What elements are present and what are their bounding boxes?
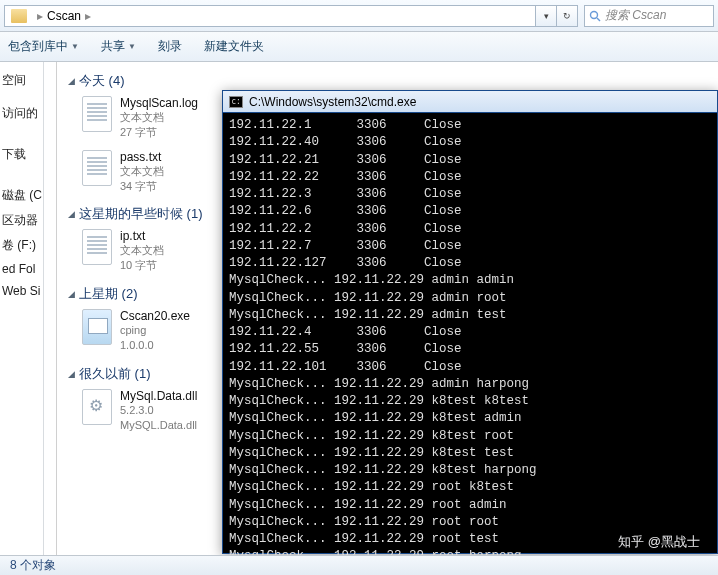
chevron-down-icon: ◢ bbox=[68, 369, 75, 379]
sidebar-item[interactable]: 磁盘 (C bbox=[0, 183, 43, 208]
file-type: cping bbox=[120, 323, 190, 338]
folder-name: Cscan bbox=[47, 9, 81, 23]
svg-line-1 bbox=[597, 18, 600, 21]
sidebar-item[interactable]: 卷 (F:) bbox=[0, 233, 43, 258]
file-icon bbox=[82, 96, 112, 132]
sidebar-item[interactable]: 下载 bbox=[0, 142, 43, 167]
cmd-titlebar[interactable]: c: C:\Windows\system32\cmd.exe bbox=[223, 91, 717, 113]
sidebar-item[interactable] bbox=[0, 134, 43, 142]
svg-point-0 bbox=[591, 11, 598, 18]
refresh-button[interactable]: ↻ bbox=[556, 5, 578, 27]
burn-button[interactable]: 刻录 bbox=[158, 38, 182, 55]
file-name: MySql.Data.dll bbox=[120, 389, 197, 403]
share-button[interactable]: 共享▼ bbox=[101, 38, 136, 55]
file-size: 1.0.0.0 bbox=[120, 338, 190, 353]
file-name: ip.txt bbox=[120, 229, 164, 243]
sidebar-item[interactable] bbox=[0, 93, 43, 101]
nav-sidebar: 空间访问的下载磁盘 (C区动器卷 (F:)ed FolWeb Si bbox=[0, 62, 44, 555]
file-name: pass.txt bbox=[120, 150, 164, 164]
file-type: 文本文档 bbox=[120, 110, 198, 125]
new-folder-button[interactable]: 新建文件夹 bbox=[204, 38, 264, 55]
chevron-down-icon: ◢ bbox=[68, 76, 75, 86]
watermark-text: 知乎 @黑战士 bbox=[618, 533, 700, 551]
cmd-output: 192.11.22.1 3306 Close 192.11.22.40 3306… bbox=[223, 113, 717, 575]
chevron-down-icon: ◢ bbox=[68, 289, 75, 299]
file-icon bbox=[82, 150, 112, 186]
chevron-right-icon: ▸ bbox=[37, 9, 43, 23]
sidebar-item[interactable]: 访问的 bbox=[0, 101, 43, 126]
chevron-down-icon: ▼ bbox=[71, 42, 79, 51]
cmd-icon: c: bbox=[229, 96, 243, 108]
dropdown-history-button[interactable]: ▾ bbox=[535, 5, 557, 27]
sidebar-item[interactable]: Web Si bbox=[0, 280, 43, 302]
file-name: MysqlScan.log bbox=[120, 96, 198, 110]
item-count: 8 个对象 bbox=[10, 557, 56, 574]
search-input[interactable]: 搜索 Cscan bbox=[584, 5, 714, 27]
file-icon bbox=[82, 229, 112, 265]
cmd-title-text: C:\Windows\system32\cmd.exe bbox=[249, 95, 416, 109]
file-type: 文本文档 bbox=[120, 164, 164, 179]
sidebar-item[interactable]: ed Fol bbox=[0, 258, 43, 280]
toolbar: 包含到库中▼ 共享▼ 刻录 新建文件夹 bbox=[0, 32, 718, 62]
sidebar-item[interactable] bbox=[0, 175, 43, 183]
sidebar-item[interactable] bbox=[0, 126, 43, 134]
search-icon bbox=[589, 10, 601, 22]
path-input[interactable]: ▸ Cscan ▸ bbox=[4, 5, 536, 27]
file-icon bbox=[82, 309, 112, 345]
include-library-button[interactable]: 包含到库中▼ bbox=[8, 38, 79, 55]
group-header[interactable]: ◢今天 (4) bbox=[68, 72, 718, 90]
file-size: 34 字节 bbox=[120, 179, 164, 194]
file-size: MySQL.Data.dll bbox=[120, 418, 197, 433]
sidebar-item[interactable]: 区动器 bbox=[0, 208, 43, 233]
file-type: 文本文档 bbox=[120, 243, 164, 258]
file-size: 27 字节 bbox=[120, 125, 198, 140]
sidebar-item[interactable]: 空间 bbox=[0, 68, 43, 93]
cmd-window[interactable]: c: C:\Windows\system32\cmd.exe 192.11.22… bbox=[222, 90, 718, 554]
chevron-right-icon: ▸ bbox=[85, 9, 91, 23]
chevron-down-icon: ▼ bbox=[128, 42, 136, 51]
sidebar-item[interactable] bbox=[0, 167, 43, 175]
folder-icon bbox=[11, 9, 27, 23]
search-placeholder: 搜索 Cscan bbox=[605, 7, 666, 24]
file-name: Cscan20.exe bbox=[120, 309, 190, 323]
file-type: 5.2.3.0 bbox=[120, 403, 197, 418]
chevron-down-icon: ◢ bbox=[68, 209, 75, 219]
file-icon bbox=[82, 389, 112, 425]
file-size: 10 字节 bbox=[120, 258, 164, 273]
address-bar: ▸ Cscan ▸ ▾ ↻ 搜索 Cscan bbox=[0, 0, 718, 32]
status-bar: 8 个对象 bbox=[0, 555, 718, 575]
